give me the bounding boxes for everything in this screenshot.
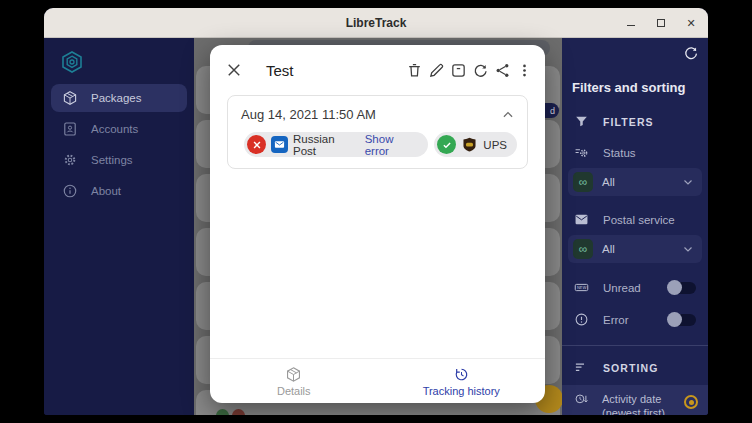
- error-toggle-row: Error: [574, 312, 698, 327]
- sidebar: Packages Accounts Settings: [44, 38, 194, 415]
- maximize-button[interactable]: [654, 16, 668, 30]
- more-menu-button[interactable]: [516, 62, 533, 79]
- dialog-body-empty: [210, 169, 545, 358]
- titlebar: LibreTrack ✕: [44, 8, 708, 38]
- filter-funnel-icon: [574, 114, 589, 129]
- russian-post-logo-icon: [271, 136, 288, 153]
- error-status-icon: [247, 135, 266, 154]
- unread-toggle[interactable]: [669, 282, 696, 294]
- radio-selected: [684, 395, 698, 409]
- filters-header-label: FILTERS: [603, 116, 654, 128]
- sidebar-item-label: About: [91, 185, 121, 197]
- infinity-icon: ∞: [573, 172, 593, 192]
- chevron-down-icon: [682, 176, 694, 188]
- status-filter-value: All: [602, 176, 682, 188]
- close-icon: ✕: [686, 18, 695, 29]
- sidebar-item-settings[interactable]: Settings: [51, 146, 187, 174]
- minimize-button[interactable]: [624, 16, 638, 30]
- dialog-title: Test: [266, 62, 404, 79]
- ups-logo-icon: [461, 136, 478, 153]
- tab-details[interactable]: Details: [210, 359, 378, 403]
- sorting-section-header: SORTING: [574, 360, 698, 375]
- error-toggle[interactable]: [669, 314, 696, 326]
- history-icon: [453, 366, 470, 383]
- sidebar-item-packages[interactable]: Packages: [51, 84, 187, 112]
- postal-service-label: Postal service: [603, 214, 675, 226]
- unread-label: Unread: [603, 282, 669, 294]
- show-error-link[interactable]: Show error: [365, 133, 419, 157]
- tab-label: Tracking history: [423, 385, 500, 397]
- background-status-dot: [216, 409, 229, 415]
- tracking-entry-card: Aug 14, 2021 11:50 AM Russian Post Show …: [227, 95, 528, 169]
- maximize-icon: [657, 19, 665, 27]
- error-outline-icon: [574, 312, 589, 327]
- toggle-knob: [667, 280, 682, 295]
- sidebar-item-label: Accounts: [91, 123, 138, 135]
- new-badge-icon: NEW: [574, 280, 589, 295]
- carrier-name: UPS: [483, 139, 507, 151]
- filters-panel-title: Filters and sorting: [572, 80, 698, 95]
- close-dialog-button[interactable]: [225, 61, 243, 79]
- carrier-chip-row: Russian Post Show error UPS: [228, 122, 527, 168]
- settings-gear-icon: [62, 152, 78, 168]
- sort-option-activity-newest[interactable]: Activity date (newest first): [562, 385, 708, 415]
- tab-tracking-history[interactable]: Tracking history: [378, 359, 546, 403]
- error-label: Error: [603, 314, 669, 326]
- sidebar-item-label: Packages: [91, 92, 142, 104]
- tracking-date-row: Aug 14, 2021 11:50 AM: [228, 96, 527, 122]
- package-icon: [62, 90, 78, 106]
- refresh-icon[interactable]: [683, 45, 699, 61]
- share-button[interactable]: [494, 62, 511, 79]
- sort-icon: [574, 360, 589, 375]
- dialog-header: Test: [210, 45, 545, 95]
- chevron-down-icon: [682, 243, 694, 255]
- background-status-dot: [232, 409, 245, 415]
- toggle-knob: [667, 312, 682, 327]
- status-filter-dropdown[interactable]: ∞ All: [568, 168, 702, 196]
- panel-divider: [562, 345, 708, 346]
- tracking-date: Aug 14, 2021 11:50 AM: [241, 107, 376, 122]
- carrier-chip-ups: UPS: [434, 132, 517, 157]
- svg-text:NEW: NEW: [577, 285, 587, 290]
- window-title: LibreTrack: [44, 16, 708, 30]
- carrier-chip-russian-post: Russian Post Show error: [244, 132, 428, 157]
- info-icon: [62, 183, 78, 199]
- sort-option-label: Activity date (newest first): [602, 392, 671, 415]
- sorting-header-label: SORTING: [603, 362, 659, 374]
- filters-section-header: FILTERS: [574, 114, 698, 129]
- postal-service-value: All: [602, 243, 682, 255]
- filters-panel: Filters and sorting FILTERS Status ∞ All: [562, 38, 708, 415]
- delete-button[interactable]: [406, 62, 423, 79]
- package-detail-dialog: Test: [210, 45, 545, 403]
- postal-service-label-row: Postal service: [574, 212, 698, 227]
- minimize-icon: [627, 25, 635, 26]
- app-logo-icon: [60, 50, 84, 74]
- tab-label: Details: [277, 385, 311, 397]
- sidebar-item-label: Settings: [91, 154, 133, 166]
- sidebar-item-accounts[interactable]: Accounts: [51, 115, 187, 143]
- check-status-icon: [437, 135, 456, 154]
- window-controls: ✕: [624, 8, 698, 38]
- clock-down-icon: [574, 392, 589, 407]
- collapse-chevron-up-icon[interactable]: [501, 108, 515, 122]
- mail-icon: [574, 212, 589, 227]
- filter-settings-icon: [574, 145, 589, 160]
- infinity-icon: ∞: [573, 239, 593, 259]
- status-filter-label-row: Status: [574, 145, 698, 160]
- postal-service-dropdown[interactable]: ∞ All: [568, 235, 702, 263]
- carrier-name: Russian Post: [293, 133, 358, 157]
- close-window-button[interactable]: ✕: [684, 16, 698, 30]
- refresh-button[interactable]: [472, 62, 489, 79]
- unread-toggle-row: NEW Unread: [574, 280, 698, 295]
- dialog-actions: [404, 62, 533, 79]
- status-filter-label: Status: [603, 147, 636, 159]
- dialog-tab-bar: Details Tracking history: [210, 358, 545, 403]
- package-icon: [285, 366, 302, 383]
- sidebar-item-about[interactable]: About: [51, 177, 187, 205]
- archive-button[interactable]: [450, 62, 467, 79]
- accounts-icon: [62, 121, 78, 137]
- edit-button[interactable]: [428, 62, 445, 79]
